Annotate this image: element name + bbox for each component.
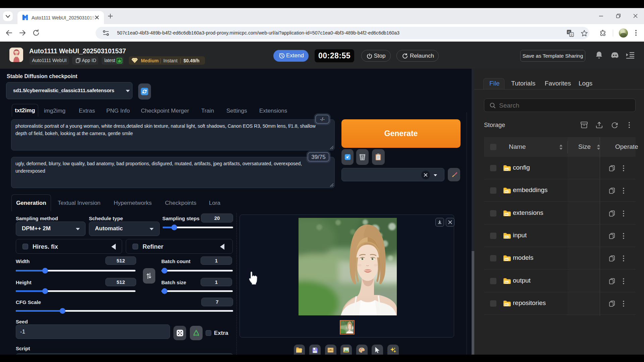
svg-text:文: 文	[570, 33, 573, 37]
